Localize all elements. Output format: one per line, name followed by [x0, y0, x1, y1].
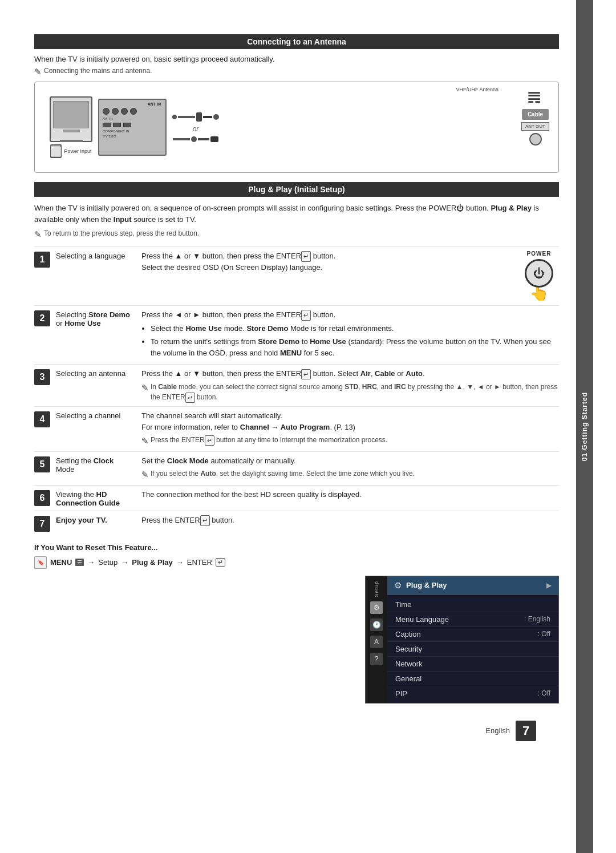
- step-label-5: Setting the Clock Mode: [56, 455, 141, 474]
- menu-row-caption: Caption : Off: [387, 627, 558, 642]
- section1-header: Connecting to an Antenna: [34, 34, 559, 49]
- setup-sidebar-label: Setup: [374, 581, 379, 597]
- step-desc-6: The connection method for the best HD sc…: [141, 489, 559, 500]
- menu-row-pip: PIP : Off: [387, 686, 558, 701]
- step2-bullet1: Select the Home Use mode. Store Demo Mod…: [151, 323, 559, 334]
- step-label-7: Enjoy your TV.: [56, 515, 141, 524]
- port-1: [103, 108, 110, 115]
- menu-row-menulang: Menu Language : English: [387, 612, 558, 627]
- tv-base-rect: [63, 130, 80, 132]
- step-row-6: 6 Viewing the HD Connection Guide The co…: [34, 485, 559, 507]
- port-rect-3: [123, 123, 131, 127]
- menu-word: MENU: [50, 558, 72, 567]
- menu-header-title: Plug & Play: [406, 581, 447, 589]
- step-number-1: 1: [34, 252, 50, 268]
- tv-stand: [60, 140, 83, 142]
- port-4: [130, 108, 137, 115]
- step-desc-3: Press the ▲ or ▼ button, then press the …: [141, 368, 559, 403]
- step4-subnote: ✎ Press the ENTER↵ button at any time to…: [141, 435, 559, 448]
- note-icon-2: ✎: [34, 229, 42, 240]
- section1-note: ✎ Connecting the mains and antenna.: [34, 67, 559, 77]
- setup-icon-gear: ⚙: [370, 601, 383, 614]
- step-row-5: 5 Setting the Clock Mode Set the Clock M…: [34, 451, 559, 482]
- step-number-5: 5: [34, 456, 50, 472]
- menu-row-time: Time: [387, 597, 558, 612]
- power-button-circle: ⏻: [525, 259, 553, 288]
- step-desc-4: The channel search will start automatica…: [141, 410, 559, 448]
- steps-container: 1 Selecting a language Press the ▲ or ▼ …: [34, 246, 559, 532]
- reset-title: If You Want to Reset This Feature...: [34, 543, 559, 552]
- menu-row-general: General: [387, 672, 558, 686]
- main-content: Connecting to an Antenna When the TV is …: [0, 0, 576, 853]
- step-number-6: 6: [34, 490, 50, 506]
- cable-box: Cable: [522, 109, 549, 120]
- ant-in-label: ANT IN: [148, 102, 161, 106]
- plug-play-note: ✎ To return to the previous step, press …: [34, 229, 559, 240]
- cable-body-3: [173, 138, 190, 140]
- side-tab-label: 01 Getting Started: [581, 392, 589, 461]
- enter-icon-1: ↵: [301, 251, 311, 262]
- step5-subnote: ✎ If you select the Auto, set the daylig…: [141, 468, 559, 482]
- tv-body: [50, 96, 92, 142]
- step-row-2: 2 Selecting Store Demo or Home Use Press…: [34, 305, 559, 361]
- enter-icon-menu: ↵: [216, 558, 225, 567]
- language-label: English: [485, 726, 510, 735]
- step-label-4: Selecting a channel: [56, 410, 141, 420]
- step2-bullet2: To return the unit's settings from Store…: [151, 336, 559, 358]
- power-icon: ⏻: [533, 267, 545, 280]
- port-rect-1: [103, 123, 111, 127]
- step-label-1: Selecting a language: [56, 250, 141, 260]
- power-text: POWER: [527, 250, 552, 257]
- step-label-6: Viewing the HD Connection Guide: [56, 489, 141, 507]
- port-3: [121, 108, 128, 115]
- menu-instruction: 🔖 MENU ☰ → Setup → Plug & Play → ENTER ↵: [34, 556, 559, 569]
- step-row-4: 4 Selecting a channel The channel search…: [34, 406, 559, 448]
- step3-subnote: ✎ In Cable mode, you can select the corr…: [141, 382, 559, 403]
- enter-icon-4: ↵: [205, 435, 214, 446]
- power-plug-icon: ⬜: [50, 144, 62, 158]
- cable-body-4: [198, 138, 209, 140]
- cable-end-4: [210, 136, 218, 142]
- cable-ant-area: Cable ANT OUT: [521, 109, 549, 145]
- page-container: Connecting to an Antenna When the TV is …: [0, 0, 616, 853]
- menu-row-security: Security: [387, 642, 558, 657]
- port-2: [112, 108, 119, 115]
- diagram-inner: ⬜ Power Input ANT IN: [44, 89, 549, 165]
- setup-menu-content: ⚙ Plug & Play ▶ Time Menu Language: [387, 576, 558, 703]
- step-row-3: 3 Selecting an antenna Press the ▲ or ▼ …: [34, 364, 559, 403]
- setup-icon-help: ?: [370, 653, 383, 665]
- cable-connector: [172, 112, 219, 122]
- tv-screen-rect: [53, 101, 89, 128]
- cable-end-3: [191, 136, 197, 142]
- vhf-label: VHF/UHF Antenna: [456, 87, 499, 92]
- step-row-1: 1 Selecting a language Press the ▲ or ▼ …: [34, 246, 559, 302]
- power-symbol-inline: ⏻: [456, 204, 464, 212]
- menu-row-network: Network: [387, 657, 558, 672]
- menu-symbol: ☰: [75, 559, 84, 566]
- step-number-2: 2: [34, 310, 50, 326]
- menu-icon: 🔖: [34, 556, 47, 569]
- section1-intro: When the TV is initially powered on, bas…: [34, 55, 559, 63]
- page-bottom: English 7: [34, 721, 559, 741]
- step-row-7: 7 Enjoy your TV. Press the ENTER↵ button…: [34, 511, 559, 532]
- side-tab: 01 Getting Started: [576, 0, 593, 853]
- setup-menu-container: Setup ⚙ 🕐 A ? ⚙ Plug & Play ▶: [34, 576, 559, 704]
- cable-body-2: [203, 116, 212, 118]
- plug-play-intro: When the TV is initially powered on, a s…: [34, 203, 559, 225]
- step-desc-2: Press the ◄ or ► button, then press the …: [141, 309, 559, 361]
- section2-header: Plug & Play (Initial Setup): [34, 182, 559, 197]
- setup-menu-rows: Time Menu Language : English Caption : O…: [387, 595, 558, 703]
- ant-out-port: [529, 133, 542, 145]
- ant-out-label: ANT OUT: [521, 122, 549, 131]
- step-label-2: Selecting Store Demo or Home Use: [56, 309, 141, 328]
- step-label-3: Selecting an antenna: [56, 368, 141, 378]
- note-icon: ✎: [34, 67, 42, 77]
- antenna-diagram: VHF/UHF Antenna 𝌇 ⬜ Power Input: [34, 82, 559, 173]
- enter-icon-3b: ↵: [185, 393, 195, 403]
- back-panel: ANT IN AVIN: [98, 99, 167, 156]
- setup-sidebar: Setup ⚙ 🕐 A ?: [366, 576, 387, 703]
- power-button-area: POWER ⏻ 👆: [519, 250, 559, 302]
- or-label: or: [193, 125, 199, 133]
- power-input-label: Power Input: [64, 148, 91, 154]
- cable-connector-body: [196, 112, 202, 122]
